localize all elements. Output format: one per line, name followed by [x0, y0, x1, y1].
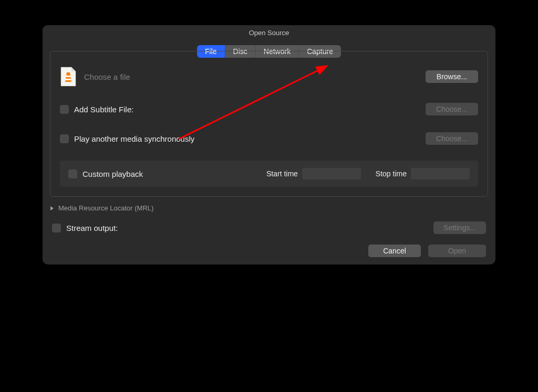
- vlc-file-icon: [60, 66, 77, 87]
- choose-file-row: Choose a file Browse...: [60, 66, 478, 87]
- custom-playback-panel: Custom playback Start time Stop time: [60, 161, 478, 187]
- add-subtitle-label: Add Subtitle File:: [74, 105, 426, 114]
- stream-settings-button[interactable]: Settings...: [433, 221, 486, 234]
- disclosure-triangle-icon: [50, 206, 55, 211]
- stop-time-label: Stop time: [376, 169, 407, 178]
- play-another-row: Play another media synchronously Choose.…: [60, 131, 478, 146]
- open-source-dialog: Open Source File Disc Network Capture: [43, 25, 495, 264]
- add-subtitle-choose-button[interactable]: Choose...: [426, 103, 478, 115]
- open-button[interactable]: Open: [428, 245, 486, 257]
- choose-file-placeholder: Choose a file: [84, 72, 426, 81]
- stop-time-input[interactable]: [411, 168, 470, 179]
- cancel-button[interactable]: Cancel: [368, 245, 421, 257]
- stream-output-label: Stream output:: [66, 224, 433, 232]
- start-time-input[interactable]: [302, 168, 361, 179]
- window-title: Open Source: [249, 29, 289, 37]
- file-panel: Choose a file Browse... Add Subtitle Fil…: [50, 51, 488, 197]
- start-time-label: Start time: [266, 169, 298, 178]
- add-subtitle-checkbox[interactable]: [60, 105, 69, 114]
- dialog-content: File Disc Network Capture Choose a fi: [43, 45, 495, 264]
- window-titlebar: Open Source: [43, 25, 495, 40]
- dialog-footer: Cancel Open: [50, 245, 488, 257]
- mrl-label: Media Resource Locator (MRL): [58, 204, 153, 212]
- stream-output-checkbox[interactable]: [52, 224, 61, 232]
- play-another-choose-button[interactable]: Choose...: [426, 132, 478, 145]
- play-another-checkbox[interactable]: [60, 134, 69, 143]
- play-another-label: Play another media synchronously: [74, 134, 426, 143]
- svg-rect-0: [66, 76, 71, 77]
- stream-output-row: Stream output: Settings...: [50, 221, 488, 234]
- mrl-disclosure-row[interactable]: Media Resource Locator (MRL): [50, 204, 488, 212]
- custom-playback-label: Custom playback: [82, 169, 143, 178]
- custom-playback-checkbox[interactable]: [68, 169, 77, 178]
- svg-rect-1: [66, 79, 71, 80]
- add-subtitle-row: Add Subtitle File: Choose...: [60, 102, 478, 116]
- browse-button[interactable]: Browse...: [426, 70, 478, 83]
